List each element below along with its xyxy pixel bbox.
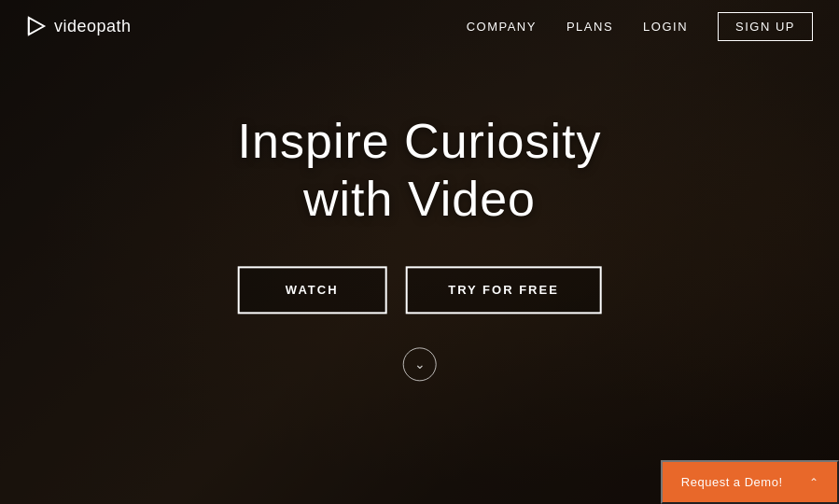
scroll-down[interactable]: ⌄	[237, 347, 602, 381]
request-demo-button[interactable]: Request a Demo! ⌃	[661, 460, 839, 504]
signup-button[interactable]: SIGN UP	[718, 12, 813, 41]
nav-item-company[interactable]: COMPANY	[467, 20, 537, 34]
hero-title-line2: with Video	[303, 173, 536, 227]
hero-buttons: WATCH TRY FOR FREE	[237, 266, 602, 314]
watch-button[interactable]: WATCH	[237, 266, 386, 314]
navbar: videopath COMPANY PLANS LOGIN SIGN UP	[0, 0, 839, 52]
request-demo-label: Request a Demo!	[681, 475, 783, 489]
scroll-circle[interactable]: ⌄	[403, 347, 437, 381]
svg-marker-0	[29, 18, 45, 35]
hero-section: videopath COMPANY PLANS LOGIN SIGN UP In…	[0, 0, 839, 504]
nav-item-plans[interactable]: PLANS	[566, 20, 613, 34]
logo-icon	[26, 16, 47, 36]
nav-links: COMPANY PLANS LOGIN SIGN UP	[467, 12, 813, 41]
chevron-down-icon: ⌄	[414, 358, 426, 371]
logo-text: videopath	[54, 17, 132, 36]
hero-title-line1: Inspire Curiosity	[238, 114, 602, 168]
demo-chevron-icon: ⌃	[809, 476, 819, 489]
hero-title: Inspire Curiosity with Video	[237, 112, 602, 229]
nav-item-login[interactable]: LOGIN	[643, 20, 688, 34]
logo[interactable]: videopath	[26, 16, 132, 36]
hero-content: Inspire Curiosity with Video WATCH TRY F…	[237, 112, 602, 381]
try-free-button[interactable]: TRY FOR FREE	[405, 266, 602, 314]
